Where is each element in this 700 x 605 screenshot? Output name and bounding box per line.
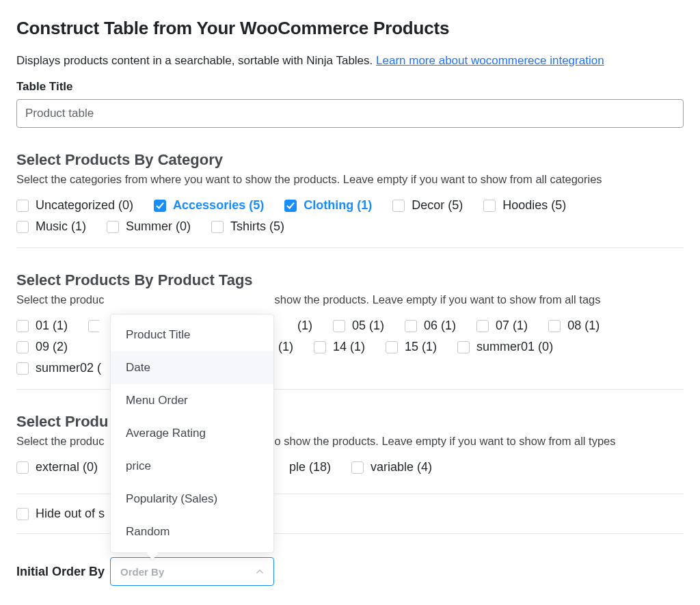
order-by-option-price[interactable]: price xyxy=(111,450,273,483)
tag-checkbox-partial: (1) xyxy=(278,340,293,354)
checkbox-label: 09 (2) xyxy=(36,340,68,354)
category-checkbox-tshirts[interactable]: Tshirts (5) xyxy=(211,219,284,234)
types-help-prefix: Select the produc xyxy=(16,435,104,447)
checkbox-icon xyxy=(392,200,405,212)
checkbox-icon xyxy=(107,221,119,233)
checkbox-label: Hoodies (5) xyxy=(502,198,566,213)
checkbox-label: 14 (1) xyxy=(333,340,365,354)
hide-out-of-stock-checkbox[interactable]: Hide out of s xyxy=(16,507,105,521)
type-checkbox-variable[interactable]: variable (4) xyxy=(351,460,432,474)
page-title: Construct Table from Your WooCommerce Pr… xyxy=(16,18,684,39)
checkbox-label: 15 (1) xyxy=(405,340,437,354)
order-by-option-average-rating[interactable]: Average Rating xyxy=(111,417,273,450)
type-checkbox-partial: ple (18) xyxy=(289,460,331,474)
checkbox-label: Decor (5) xyxy=(412,198,463,213)
checkbox-label: Music (1) xyxy=(36,219,86,234)
order-by-dropdown: Product Title Date Menu Order Average Ra… xyxy=(110,314,274,553)
checkbox-icon xyxy=(405,320,417,332)
tags-section-title: Select Products By Product Tags xyxy=(16,271,684,289)
category-checkbox-decor[interactable]: Decor (5) xyxy=(392,198,463,213)
checkbox-label: 01 (1) xyxy=(36,319,68,333)
order-by-label: Initial Order By xyxy=(16,565,105,579)
checkbox-icon xyxy=(548,320,561,332)
tag-checkbox[interactable]: 01 (1) xyxy=(16,319,68,333)
checkbox-icon xyxy=(16,320,29,332)
intro-text: Displays products content in a searchabl… xyxy=(16,54,684,68)
table-title-input[interactable] xyxy=(16,99,684,128)
category-checkbox-accessories[interactable]: Accessories (5) xyxy=(154,198,264,213)
checkbox-label: 08 (1) xyxy=(567,319,600,333)
tag-checkbox-partial: (1) xyxy=(297,319,312,333)
checkbox-icon xyxy=(16,362,29,375)
tag-checkbox[interactable]: 05 (1) xyxy=(333,319,384,333)
category-checkbox-summer[interactable]: Summer (0) xyxy=(107,219,191,234)
tag-checkbox[interactable] xyxy=(88,320,99,332)
checkbox-icon xyxy=(16,461,29,474)
checkbox-label: Tshirts (5) xyxy=(230,219,284,234)
tags-help-prefix: Select the produc xyxy=(16,293,104,306)
checkbox-label: 07 (1) xyxy=(496,319,528,333)
order-by-toggle[interactable]: Order By xyxy=(110,557,274,586)
checkbox-icon xyxy=(386,341,398,353)
checkbox-label: variable (4) xyxy=(371,460,432,474)
checkbox-icon xyxy=(457,341,470,353)
checkbox-label: Accessories (5) xyxy=(173,198,264,213)
tag-checkbox[interactable]: summer02 ( xyxy=(16,361,101,375)
order-by-select[interactable]: Order By Product Title Date Menu Order A… xyxy=(110,557,274,586)
category-checkbox-group: Uncategorized (0) Accessories (5) Clothi… xyxy=(16,198,684,234)
checkbox-label: Hide out of s xyxy=(36,507,105,521)
intro-prefix: Displays products content in a searchabl… xyxy=(16,54,376,67)
learn-more-link[interactable]: Learn more about wocommerece integration xyxy=(376,54,604,67)
checkbox-label: Summer (0) xyxy=(126,219,191,234)
category-checkbox-clothing[interactable]: Clothing (1) xyxy=(284,198,372,213)
tag-checkbox[interactable]: 09 (2) xyxy=(16,340,68,354)
tags-help-suffix: show the products. Leave empty if you wa… xyxy=(275,293,601,306)
checkbox-label: Clothing (1) xyxy=(304,198,372,213)
tag-checkbox[interactable]: 08 (1) xyxy=(548,319,600,333)
category-checkbox-uncategorized[interactable]: Uncategorized (0) xyxy=(16,198,133,213)
checkbox-icon xyxy=(333,320,345,332)
checkbox-label: external (0) xyxy=(36,460,98,474)
category-checkbox-hoodies[interactable]: Hoodies (5) xyxy=(483,198,566,213)
tag-checkbox[interactable]: 07 (1) xyxy=(476,319,528,333)
checkbox-icon xyxy=(16,221,29,233)
checkbox-icon xyxy=(314,341,326,353)
checkbox-label: 05 (1) xyxy=(352,319,384,333)
chevron-up-icon xyxy=(256,566,264,578)
category-section-help: Select the categories from where you wan… xyxy=(16,173,684,186)
category-section-title: Select Products By Category xyxy=(16,151,684,169)
checkbox-label: Uncategorized (0) xyxy=(36,198,133,213)
checkbox-icon xyxy=(88,320,99,332)
table-title-label: Table Title xyxy=(16,80,684,94)
tag-checkbox[interactable]: 14 (1) xyxy=(314,340,365,354)
divider xyxy=(16,247,684,248)
tag-checkbox[interactable]: 15 (1) xyxy=(386,340,437,354)
checkbox-icon xyxy=(211,221,224,233)
checkbox-icon xyxy=(476,320,489,332)
checkbox-label: summer02 ( xyxy=(36,361,101,375)
checkbox-label: summer01 (0) xyxy=(476,340,553,354)
checkbox-icon xyxy=(483,200,496,212)
tags-section-help: Select the produc show the products. Lea… xyxy=(16,293,684,306)
checkbox-icon xyxy=(154,200,166,212)
checkbox-icon xyxy=(284,200,297,212)
order-by-option-date[interactable]: Date xyxy=(111,351,273,384)
order-by-option-random[interactable]: Random xyxy=(111,515,273,548)
types-help-suffix: o show the products. Leave empty if you … xyxy=(275,435,616,447)
type-checkbox-external[interactable]: external (0) xyxy=(16,460,98,474)
tag-checkbox[interactable]: 06 (1) xyxy=(405,319,456,333)
order-by-placeholder: Order By xyxy=(120,566,164,578)
checkbox-icon xyxy=(16,508,29,520)
checkbox-label: 06 (1) xyxy=(424,319,456,333)
tag-checkbox[interactable]: summer01 (0) xyxy=(457,340,553,354)
checkbox-icon xyxy=(16,341,29,353)
order-by-option-popularity[interactable]: Popularity (Sales) xyxy=(111,483,273,515)
order-by-option-menu-order[interactable]: Menu Order xyxy=(111,384,273,417)
checkbox-icon xyxy=(16,200,29,212)
order-by-option-product-title[interactable]: Product Title xyxy=(111,319,273,351)
checkbox-icon xyxy=(351,461,364,474)
category-checkbox-music[interactable]: Music (1) xyxy=(16,219,86,234)
